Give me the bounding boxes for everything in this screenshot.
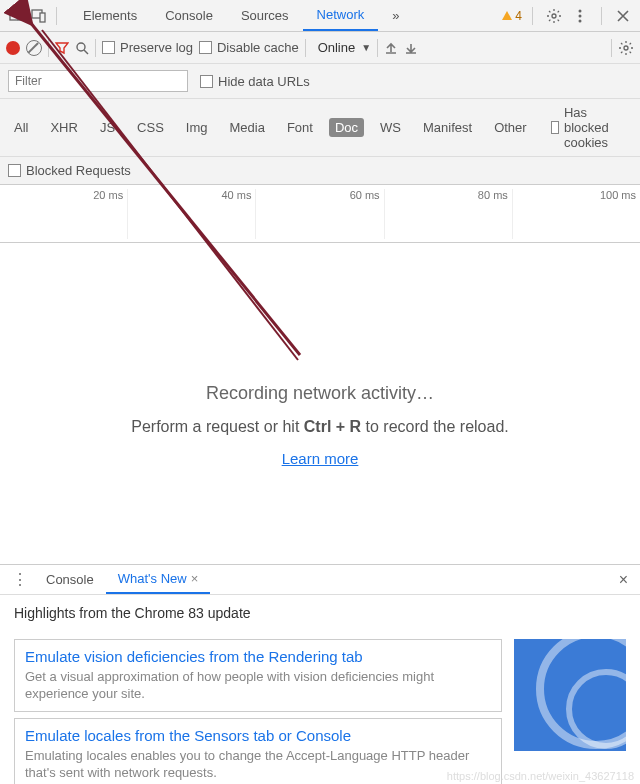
filter-doc[interactable]: Doc <box>329 118 364 137</box>
warning-count: 4 <box>515 9 522 23</box>
tab-elements[interactable]: Elements <box>69 0 151 31</box>
clear-button[interactable] <box>26 40 42 56</box>
resource-type-filter-bar: All XHR JS CSS Img Media Font Doc WS Man… <box>0 99 640 157</box>
filter-bar: Hide data URLs <box>0 64 640 99</box>
timeline-tick: 80 ms <box>385 189 513 239</box>
timeline-tick: 20 ms <box>0 189 128 239</box>
svg-point-5 <box>579 14 582 17</box>
panel-tabs: Elements Console Sources Network » <box>69 0 414 31</box>
settings-gear-icon[interactable] <box>543 5 565 27</box>
hide-data-urls-checkbox[interactable]: Hide data URLs <box>200 74 310 89</box>
separator <box>48 39 49 57</box>
filter-img[interactable]: Img <box>180 118 214 137</box>
drawer-tab-whatsnew[interactable]: What's New × <box>106 565 211 594</box>
filter-css[interactable]: CSS <box>131 118 170 137</box>
drawer-tab-console[interactable]: Console <box>34 565 106 594</box>
svg-point-7 <box>77 43 85 51</box>
throttling-dropdown[interactable]: Online ▼ <box>318 40 371 55</box>
filter-media[interactable]: Media <box>223 118 270 137</box>
devtools-tabbar: Elements Console Sources Network » 4 <box>0 0 640 32</box>
throttling-value: Online <box>318 40 356 55</box>
filter-xhr[interactable]: XHR <box>44 118 83 137</box>
separator <box>377 39 378 57</box>
blocked-requests-bar: Blocked Requests <box>0 157 640 185</box>
svg-point-3 <box>552 14 556 18</box>
card-description: Emulating locales enables you to change … <box>25 748 491 782</box>
chevron-down-icon: ▼ <box>361 42 371 53</box>
separator <box>601 7 602 25</box>
separator <box>532 7 533 25</box>
drawer-menu-icon[interactable]: ⋮ <box>6 570 34 589</box>
warnings-badge[interactable]: 4 <box>502 9 522 23</box>
card-title-link[interactable]: Emulate locales from the Sensors tab or … <box>25 727 491 744</box>
filter-font[interactable]: Font <box>281 118 319 137</box>
record-button[interactable] <box>6 41 20 55</box>
network-settings-gear-icon[interactable] <box>618 40 634 56</box>
tab-network[interactable]: Network <box>303 0 379 31</box>
filter-input[interactable] <box>8 70 188 92</box>
blocked-requests-label: Blocked Requests <box>26 163 131 178</box>
filter-other[interactable]: Other <box>488 118 533 137</box>
inspect-element-icon[interactable] <box>6 5 28 27</box>
filter-toggle-icon[interactable] <box>55 41 69 55</box>
filter-js[interactable]: JS <box>94 118 121 137</box>
close-devtools-icon[interactable] <box>612 5 634 27</box>
preserve-log-checkbox[interactable]: Preserve log <box>102 40 193 55</box>
filter-ws[interactable]: WS <box>374 118 407 137</box>
network-toolbar: Preserve log Disable cache Online ▼ <box>0 32 640 64</box>
timeline-tick: 60 ms <box>256 189 384 239</box>
svg-point-6 <box>579 19 582 22</box>
blocked-requests-checkbox[interactable]: Blocked Requests <box>8 163 131 178</box>
separator <box>305 39 306 57</box>
drawer-close-icon[interactable]: × <box>613 571 634 589</box>
watermark-text: https://blog.csdn.net/weixin_43627118 <box>447 770 634 782</box>
whatsnew-cards: Emulate vision deficiencies from the Ren… <box>0 631 640 784</box>
separator <box>95 39 96 57</box>
reload-hint-text: Perform a request or hit Ctrl + R to rec… <box>20 418 620 436</box>
separator <box>56 7 57 25</box>
card-description: Get a visual approximation of how people… <box>25 669 491 703</box>
close-tab-icon[interactable]: × <box>191 571 199 586</box>
highlights-heading: Highlights from the Chrome 83 update <box>0 595 640 631</box>
tab-sources[interactable]: Sources <box>227 0 303 31</box>
device-toolbar-icon[interactable] <box>28 5 50 27</box>
filter-manifest[interactable]: Manifest <box>417 118 478 137</box>
timeline-overview[interactable]: 20 ms 40 ms 60 ms 80 ms 100 ms <box>0 185 640 243</box>
download-har-icon[interactable] <box>404 41 418 55</box>
svg-point-4 <box>579 9 582 12</box>
disable-cache-checkbox[interactable]: Disable cache <box>199 40 299 55</box>
card-title-link[interactable]: Emulate vision deficiencies from the Ren… <box>25 648 491 665</box>
tab-more[interactable]: » <box>378 0 413 31</box>
svg-point-8 <box>624 46 628 50</box>
has-blocked-cookies-label: Has blocked cookies <box>564 105 632 150</box>
timeline-tick: 100 ms <box>513 189 640 239</box>
svg-rect-2 <box>40 13 45 22</box>
preserve-log-label: Preserve log <box>120 40 193 55</box>
kebab-menu-icon[interactable] <box>569 5 591 27</box>
timeline-tick: 40 ms <box>128 189 256 239</box>
search-icon[interactable] <box>75 41 89 55</box>
network-empty-state: Recording network activity… Perform a re… <box>0 243 640 507</box>
drawer-header: ⋮ Console What's New × × <box>0 565 640 595</box>
warning-icon <box>502 11 512 20</box>
has-blocked-cookies-checkbox[interactable]: Has blocked cookies <box>551 105 632 150</box>
whatsnew-card: Emulate vision deficiencies from the Ren… <box>14 639 502 712</box>
tab-console[interactable]: Console <box>151 0 227 31</box>
whatsnew-thumbnail <box>514 639 626 751</box>
hide-data-urls-label: Hide data URLs <box>218 74 310 89</box>
recording-status-text: Recording network activity… <box>20 383 620 404</box>
filter-all[interactable]: All <box>8 118 34 137</box>
disable-cache-label: Disable cache <box>217 40 299 55</box>
drawer-panel: ⋮ Console What's New × × Highlights from… <box>0 564 640 784</box>
learn-more-link[interactable]: Learn more <box>282 450 359 467</box>
whatsnew-card: Emulate locales from the Sensors tab or … <box>14 718 502 784</box>
upload-har-icon[interactable] <box>384 41 398 55</box>
separator <box>611 39 612 57</box>
